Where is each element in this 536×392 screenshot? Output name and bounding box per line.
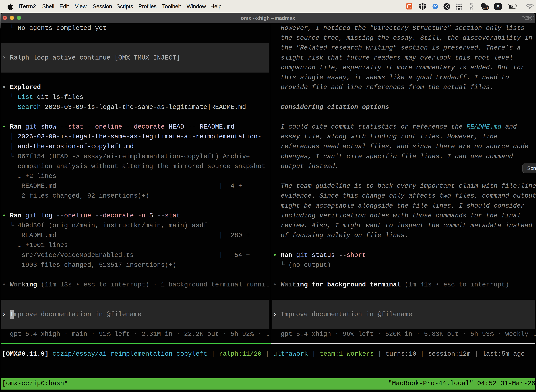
svg-text:..61: ..61 (483, 6, 488, 10)
